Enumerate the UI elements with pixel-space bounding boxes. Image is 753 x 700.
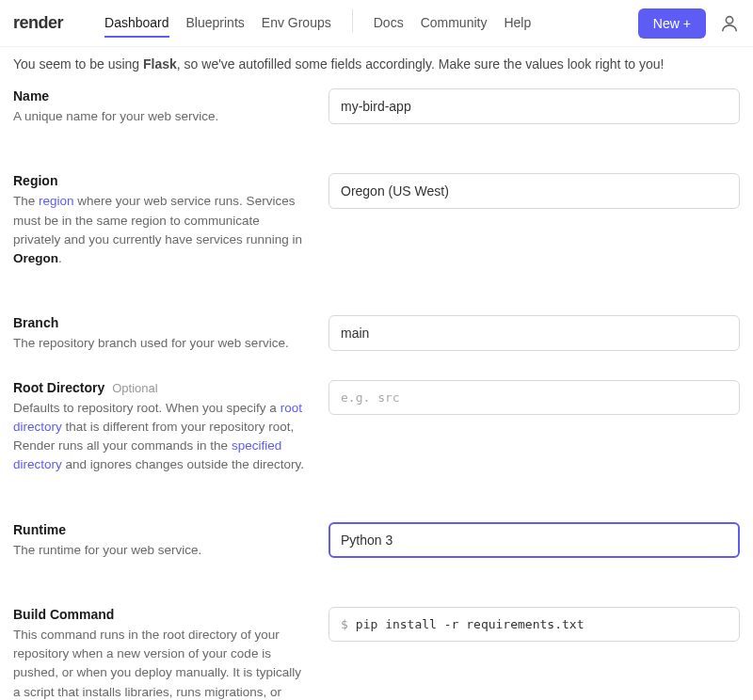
- region-desc: The region where your web service runs. …: [13, 192, 310, 268]
- field-row-region: Region The region where your web service…: [13, 173, 740, 268]
- runtime-label: Runtime: [13, 522, 66, 537]
- region-link[interactable]: region: [39, 194, 74, 208]
- svg-point-0: [726, 16, 732, 23]
- autofill-banner: You seem to be using Flask, so we've aut…: [0, 47, 753, 88]
- build-cmd-desc: This command runs in the root directory …: [13, 626, 310, 700]
- branch-select[interactable]: [328, 315, 740, 351]
- form: Name A unique name for your web service.…: [0, 88, 753, 700]
- nav-help[interactable]: Help: [504, 9, 531, 38]
- main-nav: Dashboard Blueprints Env Groups Docs Com…: [104, 9, 531, 38]
- name-input[interactable]: [328, 88, 740, 124]
- dollar-prompt-icon: $: [341, 617, 348, 631]
- name-desc: A unique name for your web service.: [13, 107, 310, 126]
- runtime-desc: The runtime for your web service.: [13, 541, 310, 560]
- root-dir-desc: Defaults to repository root. When you sp…: [13, 399, 310, 475]
- nav-env-groups[interactable]: Env Groups: [262, 9, 331, 38]
- nav-community[interactable]: Community: [421, 9, 488, 38]
- logo[interactable]: render: [13, 13, 63, 33]
- region-label: Region: [13, 173, 57, 188]
- user-icon: [719, 13, 740, 34]
- field-row-root-directory: Root Directory Optional Defaults to repo…: [13, 380, 740, 475]
- root-dir-input[interactable]: [328, 380, 740, 415]
- build-cmd-wrap[interactable]: $: [328, 607, 740, 642]
- new-button-label: New: [653, 16, 680, 31]
- nav-docs[interactable]: Docs: [374, 9, 404, 38]
- name-label: Name: [13, 88, 49, 103]
- nav-divider: [352, 9, 353, 32]
- field-row-branch: Branch The repository branch used for yo…: [13, 315, 740, 353]
- root-dir-label: Root Directory: [13, 380, 104, 395]
- branch-desc: The repository branch used for your web …: [13, 334, 310, 353]
- nav-blueprints[interactable]: Blueprints: [186, 9, 245, 38]
- field-row-build-command: Build Command This command runs in the r…: [13, 607, 740, 700]
- field-row-name: Name A unique name for your web service.: [13, 88, 740, 126]
- build-cmd-input[interactable]: [356, 617, 728, 631]
- branch-label: Branch: [13, 315, 58, 330]
- build-cmd-label: Build Command: [13, 607, 114, 622]
- plus-icon: +: [683, 16, 691, 31]
- root-dir-optional: Optional: [112, 381, 157, 395]
- region-select[interactable]: [328, 173, 740, 209]
- user-menu[interactable]: [719, 13, 740, 34]
- runtime-select[interactable]: [328, 522, 740, 558]
- header: render Dashboard Blueprints Env Groups D…: [0, 0, 753, 47]
- nav-dashboard[interactable]: Dashboard: [104, 9, 169, 38]
- new-button[interactable]: New +: [638, 8, 706, 39]
- field-row-runtime: Runtime The runtime for your web service…: [13, 522, 740, 560]
